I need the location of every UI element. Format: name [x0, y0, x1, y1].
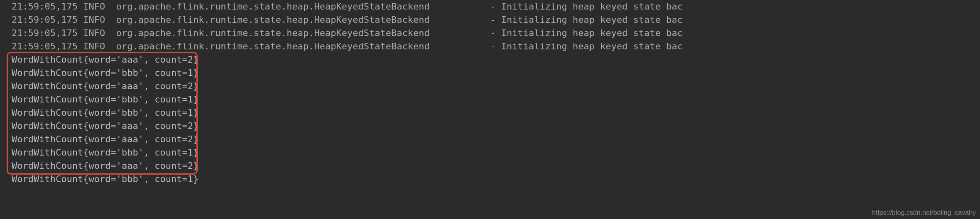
- output-line: WordWithCount{word='aaa', count=2}: [0, 53, 980, 66]
- log-line: 21:59:05,175 INFO org.apache.flink.runti…: [0, 13, 980, 27]
- log-separator: -: [490, 13, 501, 27]
- log-level: INFO: [83, 13, 116, 27]
- log-separator: -: [490, 0, 501, 13]
- log-separator: -: [490, 27, 501, 40]
- log-timestamp: 21:59:05,175: [12, 13, 83, 27]
- output-line: WordWithCount{word='aaa', count=2}: [0, 159, 980, 173]
- watermark-text: https://blog.csdn.net/boling_cavalry: [872, 209, 976, 217]
- log-message: Initializing heap keyed state bac: [501, 40, 683, 53]
- log-line: 21:59:05,175 INFO org.apache.flink.runti…: [0, 27, 980, 40]
- log-level: INFO: [83, 27, 116, 40]
- log-line: 21:59:05,175 INFO org.apache.flink.runti…: [0, 40, 980, 53]
- output-line: WordWithCount{word='bbb', count=1}: [0, 66, 980, 80]
- output-line: WordWithCount{word='bbb', count=1}: [0, 146, 980, 159]
- log-line: 21:59:05,175 INFO org.apache.flink.runti…: [0, 0, 980, 13]
- log-class: org.apache.flink.runtime.state.heap.Heap…: [116, 0, 490, 13]
- output-line: WordWithCount{word='bbb', count=1}: [0, 106, 980, 119]
- output-line: WordWithCount{word='bbb', count=1}: [0, 173, 980, 186]
- log-level: INFO: [83, 40, 116, 53]
- output-line: WordWithCount{word='bbb', count=1}: [0, 93, 980, 106]
- output-line: WordWithCount{word='aaa', count=2}: [0, 119, 980, 133]
- log-level: INFO: [83, 0, 116, 13]
- log-message: Initializing heap keyed state bac: [501, 27, 683, 40]
- output-line: WordWithCount{word='aaa', count=2}: [0, 80, 980, 93]
- log-message: Initializing heap keyed state bac: [501, 13, 683, 27]
- log-separator: -: [490, 40, 501, 53]
- log-class: org.apache.flink.runtime.state.heap.Heap…: [116, 40, 490, 53]
- log-timestamp: 21:59:05,175: [12, 0, 83, 13]
- log-class: org.apache.flink.runtime.state.heap.Heap…: [116, 27, 490, 40]
- log-message: Initializing heap keyed state bac: [501, 0, 683, 13]
- log-timestamp: 21:59:05,175: [12, 40, 83, 53]
- log-class: org.apache.flink.runtime.state.heap.Heap…: [116, 13, 490, 27]
- output-line: WordWithCount{word='aaa', count=2}: [0, 133, 980, 146]
- log-timestamp: 21:59:05,175: [12, 27, 83, 40]
- console-output: 21:59:05,175 INFO org.apache.flink.runti…: [0, 0, 980, 186]
